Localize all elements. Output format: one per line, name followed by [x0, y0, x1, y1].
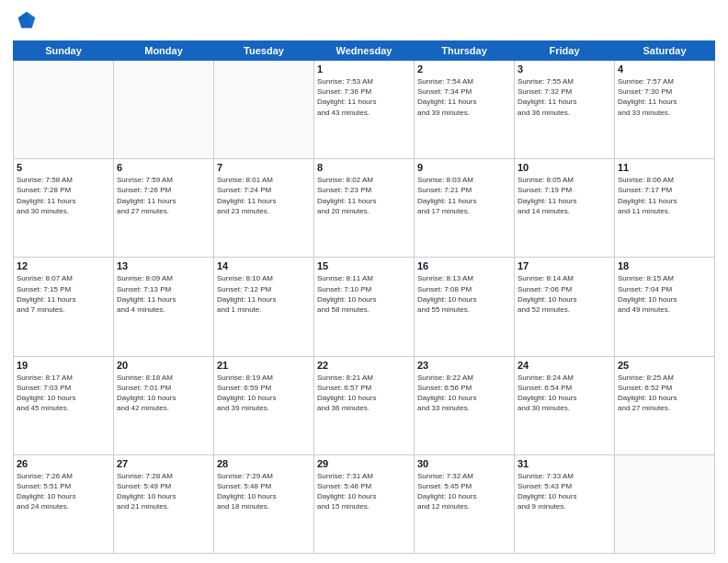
day-info: Sunrise: 8:19 AM Sunset: 6:59 PM Dayligh…: [217, 373, 311, 414]
day-info: Sunrise: 8:03 AM Sunset: 7:21 PM Dayligh…: [417, 175, 511, 216]
day-number: 20: [117, 360, 210, 371]
calendar-table: SundayMondayTuesdayWednesdayThursdayFrid…: [13, 40, 715, 554]
day-info: Sunrise: 8:06 AM Sunset: 7:17 PM Dayligh…: [618, 175, 711, 216]
weekday-header: Saturday: [615, 41, 715, 61]
day-info: Sunrise: 8:10 AM Sunset: 7:12 PM Dayligh…: [217, 273, 311, 315]
calendar-cell: 27Sunrise: 7:28 AM Sunset: 5:49 PM Dayli…: [114, 454, 214, 553]
day-number: 24: [518, 360, 611, 371]
day-number: 4: [618, 63, 711, 75]
weekday-header: Monday: [114, 41, 214, 61]
calendar-cell: [14, 61, 114, 159]
day-number: 22: [317, 360, 411, 371]
day-number: 5: [17, 162, 110, 173]
weekday-header: Sunday: [14, 41, 114, 61]
day-number: 16: [417, 260, 511, 271]
day-number: 3: [518, 63, 611, 75]
logo-icon: [13, 9, 39, 35]
weekday-header: Thursday: [415, 41, 515, 61]
calendar-cell: 26Sunrise: 7:26 AM Sunset: 5:51 PM Dayli…: [14, 454, 114, 553]
day-info: Sunrise: 8:11 AM Sunset: 7:10 PM Dayligh…: [317, 273, 411, 315]
calendar-cell: 8Sunrise: 8:02 AM Sunset: 7:23 PM Daylig…: [314, 159, 415, 258]
calendar-cell: 12Sunrise: 8:07 AM Sunset: 7:15 PM Dayli…: [14, 258, 114, 356]
calendar-cell: 3Sunrise: 7:55 AM Sunset: 7:32 PM Daylig…: [515, 61, 615, 159]
day-info: Sunrise: 8:15 AM Sunset: 7:04 PM Dayligh…: [618, 273, 711, 315]
calendar-cell: 29Sunrise: 7:31 AM Sunset: 5:46 PM Dayli…: [314, 454, 415, 553]
day-info: Sunrise: 7:55 AM Sunset: 7:32 PM Dayligh…: [518, 76, 611, 118]
day-number: 27: [117, 458, 210, 469]
calendar-cell: [114, 61, 214, 159]
calendar-cell: 20Sunrise: 8:18 AM Sunset: 7:01 PM Dayli…: [114, 356, 214, 454]
day-number: 1: [317, 63, 411, 75]
calendar-week-row: 12Sunrise: 8:07 AM Sunset: 7:15 PM Dayli…: [14, 258, 715, 356]
calendar-cell: 15Sunrise: 8:11 AM Sunset: 7:10 PM Dayli…: [314, 258, 415, 356]
day-info: Sunrise: 8:25 AM Sunset: 6:52 PM Dayligh…: [618, 373, 711, 414]
day-number: 26: [17, 458, 110, 469]
calendar-cell: 31Sunrise: 7:33 AM Sunset: 5:43 PM Dayli…: [515, 454, 615, 553]
day-number: 13: [117, 260, 210, 271]
calendar-cell: 23Sunrise: 8:22 AM Sunset: 6:56 PM Dayli…: [415, 356, 515, 454]
calendar-cell: 2Sunrise: 7:54 AM Sunset: 7:34 PM Daylig…: [415, 61, 515, 159]
calendar-week-row: 26Sunrise: 7:26 AM Sunset: 5:51 PM Dayli…: [14, 454, 715, 553]
calendar-week-row: 1Sunrise: 7:53 AM Sunset: 7:36 PM Daylig…: [14, 61, 715, 159]
day-number: 11: [618, 162, 711, 173]
day-number: 30: [417, 458, 511, 469]
calendar-cell: 19Sunrise: 8:17 AM Sunset: 7:03 PM Dayli…: [14, 356, 114, 454]
header: [13, 9, 715, 35]
day-number: 10: [518, 162, 611, 173]
day-info: Sunrise: 8:05 AM Sunset: 7:19 PM Dayligh…: [518, 175, 611, 216]
day-info: Sunrise: 8:22 AM Sunset: 6:56 PM Dayligh…: [417, 373, 511, 414]
day-info: Sunrise: 7:33 AM Sunset: 5:43 PM Dayligh…: [518, 471, 611, 512]
day-info: Sunrise: 8:21 AM Sunset: 6:57 PM Dayligh…: [317, 373, 411, 414]
day-info: Sunrise: 8:01 AM Sunset: 7:24 PM Dayligh…: [217, 175, 311, 216]
day-info: Sunrise: 8:17 AM Sunset: 7:03 PM Dayligh…: [17, 373, 110, 414]
calendar-cell: 16Sunrise: 8:13 AM Sunset: 7:08 PM Dayli…: [415, 258, 515, 356]
day-number: 7: [217, 162, 311, 173]
calendar-week-row: 19Sunrise: 8:17 AM Sunset: 7:03 PM Dayli…: [14, 356, 715, 454]
calendar-cell: 18Sunrise: 8:15 AM Sunset: 7:04 PM Dayli…: [615, 258, 715, 356]
calendar-cell: 11Sunrise: 8:06 AM Sunset: 7:17 PM Dayli…: [615, 159, 715, 258]
day-info: Sunrise: 7:28 AM Sunset: 5:49 PM Dayligh…: [117, 471, 210, 512]
day-number: 2: [417, 63, 511, 75]
calendar-cell: 7Sunrise: 8:01 AM Sunset: 7:24 PM Daylig…: [214, 159, 314, 258]
calendar-week-row: 5Sunrise: 7:58 AM Sunset: 7:28 PM Daylig…: [14, 159, 715, 258]
calendar-cell: 5Sunrise: 7:58 AM Sunset: 7:28 PM Daylig…: [14, 159, 114, 258]
logo: [13, 9, 42, 35]
day-info: Sunrise: 7:26 AM Sunset: 5:51 PM Dayligh…: [17, 471, 110, 512]
weekday-header: Wednesday: [314, 41, 415, 61]
day-info: Sunrise: 8:14 AM Sunset: 7:06 PM Dayligh…: [518, 273, 611, 315]
calendar-cell: 13Sunrise: 8:09 AM Sunset: 7:13 PM Dayli…: [114, 258, 214, 356]
day-info: Sunrise: 7:54 AM Sunset: 7:34 PM Dayligh…: [417, 76, 511, 118]
day-number: 19: [17, 360, 110, 371]
page: SundayMondayTuesdayWednesdayThursdayFrid…: [0, 0, 728, 563]
day-info: Sunrise: 7:29 AM Sunset: 5:48 PM Dayligh…: [217, 471, 311, 512]
calendar-cell: 21Sunrise: 8:19 AM Sunset: 6:59 PM Dayli…: [214, 356, 314, 454]
day-number: 9: [417, 162, 511, 173]
day-number: 18: [618, 260, 711, 271]
calendar-cell: [214, 61, 314, 159]
calendar-cell: 30Sunrise: 7:32 AM Sunset: 5:45 PM Dayli…: [415, 454, 515, 553]
day-number: 28: [217, 458, 311, 469]
day-number: 17: [518, 260, 611, 271]
day-number: 12: [17, 260, 110, 271]
calendar-cell: 4Sunrise: 7:57 AM Sunset: 7:30 PM Daylig…: [615, 61, 715, 159]
day-info: Sunrise: 7:57 AM Sunset: 7:30 PM Dayligh…: [618, 76, 711, 118]
calendar-cell: 10Sunrise: 8:05 AM Sunset: 7:19 PM Dayli…: [515, 159, 615, 258]
calendar-cell: 25Sunrise: 8:25 AM Sunset: 6:52 PM Dayli…: [615, 356, 715, 454]
day-info: Sunrise: 8:24 AM Sunset: 6:54 PM Dayligh…: [518, 373, 611, 414]
day-info: Sunrise: 7:32 AM Sunset: 5:45 PM Dayligh…: [417, 471, 511, 512]
day-info: Sunrise: 7:59 AM Sunset: 7:26 PM Dayligh…: [117, 175, 210, 216]
day-number: 15: [317, 260, 411, 271]
day-number: 31: [518, 458, 611, 469]
calendar-cell: 14Sunrise: 8:10 AM Sunset: 7:12 PM Dayli…: [214, 258, 314, 356]
calendar-cell: 28Sunrise: 7:29 AM Sunset: 5:48 PM Dayli…: [214, 454, 314, 553]
day-number: 8: [317, 162, 411, 173]
day-info: Sunrise: 7:58 AM Sunset: 7:28 PM Dayligh…: [17, 175, 110, 216]
day-number: 21: [217, 360, 311, 371]
calendar-cell: 1Sunrise: 7:53 AM Sunset: 7:36 PM Daylig…: [314, 61, 415, 159]
weekday-header-row: SundayMondayTuesdayWednesdayThursdayFrid…: [14, 41, 715, 61]
day-info: Sunrise: 8:02 AM Sunset: 7:23 PM Dayligh…: [317, 175, 411, 216]
day-number: 6: [117, 162, 210, 173]
calendar-cell: 22Sunrise: 8:21 AM Sunset: 6:57 PM Dayli…: [314, 356, 415, 454]
day-number: 29: [317, 458, 411, 469]
day-info: Sunrise: 7:53 AM Sunset: 7:36 PM Dayligh…: [317, 76, 411, 118]
